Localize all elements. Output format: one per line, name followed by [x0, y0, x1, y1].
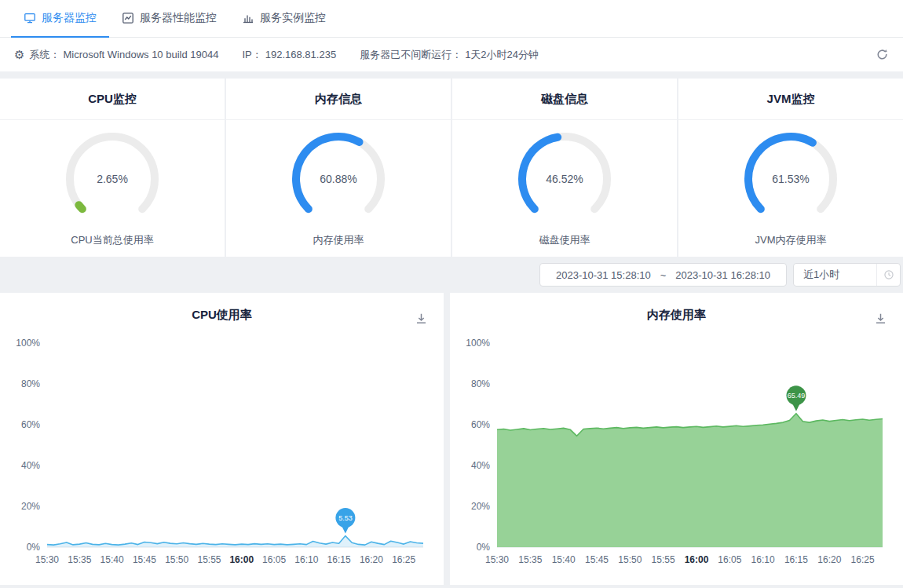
- memory-gauge-card: 内存信息 60.88% 内存使用率: [226, 79, 451, 257]
- clock-icon: [876, 264, 900, 286]
- svg-text:65.49: 65.49: [788, 392, 806, 400]
- monitor-icon: [24, 12, 36, 24]
- gauge-value: 2.65%: [53, 122, 171, 236]
- svg-text:80%: 80%: [21, 378, 40, 389]
- range-separator: ~: [660, 269, 667, 281]
- tab-label: 服务实例监控: [260, 11, 326, 25]
- svg-text:100%: 100%: [466, 338, 490, 349]
- svg-text:40%: 40%: [21, 460, 40, 471]
- svg-text:16:05: 16:05: [262, 554, 286, 565]
- gauge-value: 60.88%: [280, 122, 397, 236]
- uptime-info: 服务器已不间断运行： 1天2小时24分钟: [360, 48, 539, 62]
- tab-label: 服务器性能监控: [140, 11, 217, 25]
- svg-text:15:35: 15:35: [68, 554, 91, 565]
- svg-text:15:30: 15:30: [485, 554, 509, 565]
- charts-row: CPU使用率 0%20%40%60%80%100%15:3015:3515:40…: [0, 293, 903, 585]
- svg-text:16:05: 16:05: [718, 554, 741, 565]
- quick-range-label: 近1小时: [803, 268, 839, 282]
- gauges-row: CPU监控 2.65% CPU当前总使用率 内存信息 60.88% 内存使用率 …: [0, 79, 903, 257]
- disk-gauge: 46.52%: [506, 122, 623, 236]
- chart-title: CPU使用率: [0, 305, 444, 331]
- svg-text:60%: 60%: [471, 419, 490, 430]
- tab-server-performance-monitor[interactable]: 服务器性能监控: [109, 0, 229, 38]
- disk-gauge-card: 磁盘信息 46.52% 磁盘使用率: [452, 79, 677, 257]
- memory-usage-chart-card: 内存使用率 0%20%40%60%80%100%15:3015:3515:401…: [450, 293, 903, 585]
- card-title: CPU监控: [0, 79, 225, 120]
- svg-text:15:40: 15:40: [101, 554, 124, 565]
- ip-label: IP：: [242, 48, 261, 62]
- server-info-bar: ⚙ 系统： Microsoft Windows 10 build 19044 I…: [0, 38, 903, 71]
- svg-text:20%: 20%: [21, 501, 40, 512]
- svg-text:16:00: 16:00: [685, 554, 709, 565]
- uptime-value: 1天2小时24分钟: [465, 48, 539, 62]
- jvm-gauge-card: JVM监控 61.53% JVM内存使用率: [678, 79, 903, 257]
- svg-text:16:25: 16:25: [392, 554, 415, 565]
- card-title: 内存信息: [226, 79, 451, 120]
- tab-label: 服务器监控: [42, 11, 97, 25]
- tab-service-instance-monitor[interactable]: 服务实例监控: [229, 0, 338, 38]
- svg-text:15:35: 15:35: [518, 554, 542, 565]
- ip-value: 192.168.81.235: [265, 49, 336, 60]
- svg-text:15:50: 15:50: [165, 554, 188, 565]
- filter-row: 2023-10-31 15:28:10 ~ 2023-10-31 16:28:1…: [0, 257, 903, 293]
- svg-text:16:20: 16:20: [817, 554, 841, 565]
- quick-range-select[interactable]: 近1小时: [793, 263, 901, 287]
- tab-server-monitor[interactable]: 服务器监控: [11, 0, 109, 38]
- download-icon[interactable]: [415, 312, 428, 328]
- svg-text:16:00: 16:00: [229, 554, 254, 565]
- svg-text:100%: 100%: [16, 338, 40, 349]
- svg-text:40%: 40%: [471, 460, 490, 471]
- system-info: 系统： Microsoft Windows 10 build 19044: [29, 48, 218, 62]
- uptime-label: 服务器已不间断运行：: [360, 48, 462, 62]
- cpu-gauge-card: CPU监控 2.65% CPU当前总使用率: [0, 79, 225, 257]
- gauge-value: 46.52%: [506, 122, 623, 236]
- svg-text:16:20: 16:20: [360, 554, 383, 565]
- svg-text:15:45: 15:45: [133, 554, 156, 565]
- svg-text:15:50: 15:50: [618, 554, 642, 565]
- svg-text:15:55: 15:55: [197, 554, 221, 565]
- svg-text:80%: 80%: [471, 378, 490, 389]
- svg-text:15:55: 15:55: [652, 554, 675, 565]
- svg-text:0%: 0%: [27, 542, 41, 553]
- tabs-bar: 服务器监控 服务器性能监控 服务实例监控: [0, 0, 903, 38]
- range-start: 2023-10-31 15:28:10: [556, 269, 651, 281]
- ip-info: IP： 192.168.81.235: [242, 48, 336, 62]
- system-label: 系统：: [29, 48, 60, 62]
- svg-text:16:25: 16:25: [851, 554, 875, 565]
- refresh-button[interactable]: [876, 48, 889, 61]
- gear-icon: ⚙: [14, 48, 24, 62]
- svg-text:16:10: 16:10: [294, 554, 318, 565]
- date-range-input[interactable]: 2023-10-31 15:28:10 ~ 2023-10-31 16:28:1…: [539, 263, 787, 287]
- bar-chart-icon: [242, 12, 254, 24]
- card-title: 磁盘信息: [452, 79, 677, 120]
- jvm-gauge: 61.53%: [732, 122, 850, 236]
- cpu-usage-chart: 0%20%40%60%80%100%15:3015:3515:4015:4515…: [8, 331, 436, 580]
- svg-text:16:10: 16:10: [751, 554, 775, 565]
- download-icon[interactable]: [874, 312, 887, 328]
- svg-text:15:45: 15:45: [585, 554, 609, 565]
- system-value: Microsoft Windows 10 build 19044: [63, 49, 218, 60]
- memory-gauge: 60.88%: [280, 122, 397, 236]
- svg-text:20%: 20%: [471, 501, 490, 512]
- svg-text:16:15: 16:15: [784, 554, 808, 565]
- card-title: JVM监控: [678, 79, 903, 120]
- svg-text:5.53: 5.53: [338, 514, 353, 522]
- gauge-value: 61.53%: [732, 122, 850, 236]
- range-end: 2023-10-31 16:28:10: [675, 269, 770, 281]
- svg-text:60%: 60%: [21, 419, 40, 430]
- svg-text:15:40: 15:40: [552, 554, 576, 565]
- memory-usage-chart: 0%20%40%60%80%100%15:3015:3515:4015:4515…: [458, 331, 895, 580]
- chart-title: 内存使用率: [450, 305, 903, 331]
- svg-text:15:30: 15:30: [35, 554, 59, 565]
- cpu-gauge: 2.65%: [53, 122, 171, 236]
- cpu-usage-chart-card: CPU使用率 0%20%40%60%80%100%15:3015:3515:40…: [0, 293, 444, 585]
- svg-text:16:15: 16:15: [327, 554, 351, 565]
- svg-text:0%: 0%: [477, 542, 491, 553]
- line-chart-icon: [122, 12, 134, 24]
